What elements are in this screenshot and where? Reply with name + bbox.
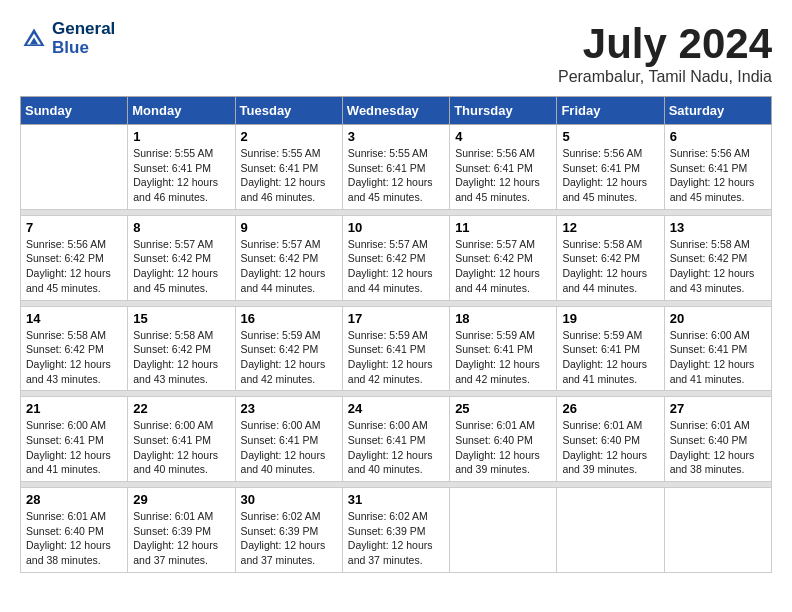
day-info: Sunrise: 5:59 AM Sunset: 6:42 PM Dayligh…: [241, 328, 337, 387]
cell-week4-day2: 22Sunrise: 6:00 AM Sunset: 6:41 PM Dayli…: [128, 397, 235, 482]
day-number: 29: [133, 492, 229, 507]
day-number: 17: [348, 311, 444, 326]
cell-week1-day1: [21, 125, 128, 210]
cell-week4-day1: 21Sunrise: 6:00 AM Sunset: 6:41 PM Dayli…: [21, 397, 128, 482]
day-info: Sunrise: 5:56 AM Sunset: 6:41 PM Dayligh…: [455, 146, 551, 205]
cell-week4-day5: 25Sunrise: 6:01 AM Sunset: 6:40 PM Dayli…: [450, 397, 557, 482]
calendar-table: SundayMondayTuesdayWednesdayThursdayFrid…: [20, 96, 772, 573]
cell-week4-day4: 24Sunrise: 6:00 AM Sunset: 6:41 PM Dayli…: [342, 397, 449, 482]
day-number: 21: [26, 401, 122, 416]
day-info: Sunrise: 5:57 AM Sunset: 6:42 PM Dayligh…: [241, 237, 337, 296]
day-info: Sunrise: 5:55 AM Sunset: 6:41 PM Dayligh…: [241, 146, 337, 205]
cell-week5-day4: 31Sunrise: 6:02 AM Sunset: 6:39 PM Dayli…: [342, 488, 449, 573]
day-info: Sunrise: 6:02 AM Sunset: 6:39 PM Dayligh…: [348, 509, 444, 568]
day-number: 8: [133, 220, 229, 235]
day-info: Sunrise: 6:00 AM Sunset: 6:41 PM Dayligh…: [241, 418, 337, 477]
week-row-5: 28Sunrise: 6:01 AM Sunset: 6:40 PM Dayli…: [21, 488, 772, 573]
month-title: July 2024: [558, 20, 772, 68]
day-info: Sunrise: 6:00 AM Sunset: 6:41 PM Dayligh…: [348, 418, 444, 477]
day-info: Sunrise: 5:55 AM Sunset: 6:41 PM Dayligh…: [133, 146, 229, 205]
day-info: Sunrise: 6:01 AM Sunset: 6:40 PM Dayligh…: [562, 418, 658, 477]
day-info: Sunrise: 5:59 AM Sunset: 6:41 PM Dayligh…: [455, 328, 551, 387]
day-number: 1: [133, 129, 229, 144]
day-number: 7: [26, 220, 122, 235]
day-number: 24: [348, 401, 444, 416]
column-header-friday: Friday: [557, 97, 664, 125]
cell-week2-day3: 9Sunrise: 5:57 AM Sunset: 6:42 PM Daylig…: [235, 215, 342, 300]
day-info: Sunrise: 5:57 AM Sunset: 6:42 PM Dayligh…: [133, 237, 229, 296]
logo-blue: Blue: [52, 39, 115, 58]
cell-week1-day6: 5Sunrise: 5:56 AM Sunset: 6:41 PM Daylig…: [557, 125, 664, 210]
day-number: 26: [562, 401, 658, 416]
week-row-1: 1Sunrise: 5:55 AM Sunset: 6:41 PM Daylig…: [21, 125, 772, 210]
day-info: Sunrise: 6:01 AM Sunset: 6:40 PM Dayligh…: [455, 418, 551, 477]
cell-week3-day4: 17Sunrise: 5:59 AM Sunset: 6:41 PM Dayli…: [342, 306, 449, 391]
day-info: Sunrise: 6:01 AM Sunset: 6:39 PM Dayligh…: [133, 509, 229, 568]
day-number: 4: [455, 129, 551, 144]
day-number: 23: [241, 401, 337, 416]
cell-week3-day6: 19Sunrise: 5:59 AM Sunset: 6:41 PM Dayli…: [557, 306, 664, 391]
day-info: Sunrise: 6:00 AM Sunset: 6:41 PM Dayligh…: [26, 418, 122, 477]
day-number: 22: [133, 401, 229, 416]
cell-week2-day4: 10Sunrise: 5:57 AM Sunset: 6:42 PM Dayli…: [342, 215, 449, 300]
day-number: 30: [241, 492, 337, 507]
day-number: 15: [133, 311, 229, 326]
title-block: July 2024 Perambalur, Tamil Nadu, India: [558, 20, 772, 86]
cell-week1-day4: 3Sunrise: 5:55 AM Sunset: 6:41 PM Daylig…: [342, 125, 449, 210]
day-number: 31: [348, 492, 444, 507]
cell-week1-day7: 6Sunrise: 5:56 AM Sunset: 6:41 PM Daylig…: [664, 125, 771, 210]
cell-week2-day1: 7Sunrise: 5:56 AM Sunset: 6:42 PM Daylig…: [21, 215, 128, 300]
cell-week2-day5: 11Sunrise: 5:57 AM Sunset: 6:42 PM Dayli…: [450, 215, 557, 300]
day-number: 18: [455, 311, 551, 326]
cell-week4-day3: 23Sunrise: 6:00 AM Sunset: 6:41 PM Dayli…: [235, 397, 342, 482]
day-info: Sunrise: 6:01 AM Sunset: 6:40 PM Dayligh…: [26, 509, 122, 568]
day-info: Sunrise: 6:00 AM Sunset: 6:41 PM Dayligh…: [670, 328, 766, 387]
cell-week5-day6: [557, 488, 664, 573]
day-number: 12: [562, 220, 658, 235]
cell-week3-day2: 15Sunrise: 5:58 AM Sunset: 6:42 PM Dayli…: [128, 306, 235, 391]
column-header-wednesday: Wednesday: [342, 97, 449, 125]
day-info: Sunrise: 5:58 AM Sunset: 6:42 PM Dayligh…: [562, 237, 658, 296]
cell-week5-day3: 30Sunrise: 6:02 AM Sunset: 6:39 PM Dayli…: [235, 488, 342, 573]
cell-week4-day6: 26Sunrise: 6:01 AM Sunset: 6:40 PM Dayli…: [557, 397, 664, 482]
day-number: 16: [241, 311, 337, 326]
column-header-thursday: Thursday: [450, 97, 557, 125]
day-info: Sunrise: 5:59 AM Sunset: 6:41 PM Dayligh…: [348, 328, 444, 387]
day-number: 13: [670, 220, 766, 235]
cell-week1-day2: 1Sunrise: 5:55 AM Sunset: 6:41 PM Daylig…: [128, 125, 235, 210]
day-number: 9: [241, 220, 337, 235]
day-info: Sunrise: 5:55 AM Sunset: 6:41 PM Dayligh…: [348, 146, 444, 205]
day-info: Sunrise: 5:58 AM Sunset: 6:42 PM Dayligh…: [133, 328, 229, 387]
day-info: Sunrise: 6:01 AM Sunset: 6:40 PM Dayligh…: [670, 418, 766, 477]
cell-week1-day5: 4Sunrise: 5:56 AM Sunset: 6:41 PM Daylig…: [450, 125, 557, 210]
location: Perambalur, Tamil Nadu, India: [558, 68, 772, 86]
column-header-monday: Monday: [128, 97, 235, 125]
column-headers: SundayMondayTuesdayWednesdayThursdayFrid…: [21, 97, 772, 125]
column-header-saturday: Saturday: [664, 97, 771, 125]
cell-week3-day7: 20Sunrise: 6:00 AM Sunset: 6:41 PM Dayli…: [664, 306, 771, 391]
day-number: 3: [348, 129, 444, 144]
cell-week5-day1: 28Sunrise: 6:01 AM Sunset: 6:40 PM Dayli…: [21, 488, 128, 573]
day-number: 11: [455, 220, 551, 235]
day-number: 5: [562, 129, 658, 144]
column-header-sunday: Sunday: [21, 97, 128, 125]
week-row-2: 7Sunrise: 5:56 AM Sunset: 6:42 PM Daylig…: [21, 215, 772, 300]
day-info: Sunrise: 5:57 AM Sunset: 6:42 PM Dayligh…: [455, 237, 551, 296]
cell-week2-day7: 13Sunrise: 5:58 AM Sunset: 6:42 PM Dayli…: [664, 215, 771, 300]
day-number: 25: [455, 401, 551, 416]
day-number: 14: [26, 311, 122, 326]
day-number: 6: [670, 129, 766, 144]
week-row-3: 14Sunrise: 5:58 AM Sunset: 6:42 PM Dayli…: [21, 306, 772, 391]
page-header: General Blue July 2024 Perambalur, Tamil…: [20, 20, 772, 86]
day-info: Sunrise: 5:56 AM Sunset: 6:41 PM Dayligh…: [562, 146, 658, 205]
day-info: Sunrise: 6:02 AM Sunset: 6:39 PM Dayligh…: [241, 509, 337, 568]
column-header-tuesday: Tuesday: [235, 97, 342, 125]
logo-general: General: [52, 20, 115, 39]
cell-week2-day2: 8Sunrise: 5:57 AM Sunset: 6:42 PM Daylig…: [128, 215, 235, 300]
day-number: 28: [26, 492, 122, 507]
cell-week3-day5: 18Sunrise: 5:59 AM Sunset: 6:41 PM Dayli…: [450, 306, 557, 391]
cell-week5-day5: [450, 488, 557, 573]
cell-week4-day7: 27Sunrise: 6:01 AM Sunset: 6:40 PM Dayli…: [664, 397, 771, 482]
day-info: Sunrise: 5:56 AM Sunset: 6:42 PM Dayligh…: [26, 237, 122, 296]
logo-icon: [20, 25, 48, 53]
